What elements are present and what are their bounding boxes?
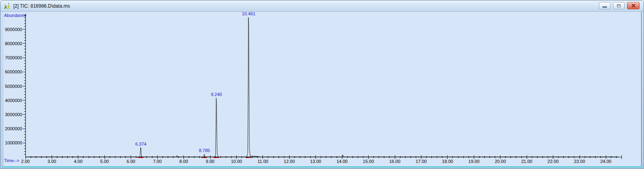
- x-tick-label: 2.00: [21, 159, 29, 164]
- x-tick-label: 12.00: [284, 159, 295, 164]
- peak-label: 6.374: [135, 142, 146, 146]
- chromatogram-plot[interactable]: Abundance Time--> 6.3748.7859.24010.4612…: [4, 12, 642, 166]
- window-title: [2] TIC: 816986.D\data.ms: [13, 3, 70, 9]
- x-tick-label: 17.00: [416, 159, 427, 164]
- x-tick-label: 7.00: [153, 159, 161, 164]
- x-tick-label: 23.00: [574, 159, 585, 164]
- y-tick-label: 7000000: [5, 55, 22, 60]
- window-controls: [599, 2, 640, 9]
- x-tick-label: 3.00: [48, 159, 56, 164]
- x-tick-label: 18.00: [442, 159, 453, 164]
- x-tick-label: 15.00: [363, 159, 374, 164]
- peak-trace: [139, 148, 143, 157]
- peak-label: 9.240: [211, 92, 222, 97]
- y-tick-label: 2000000: [5, 126, 22, 131]
- x-tick-label: 19.00: [469, 159, 480, 164]
- x-tick-label: 20.00: [495, 159, 506, 164]
- chromatogram-window: [2] TIC: 816986.D\data.ms Abundance Time…: [0, 0, 644, 169]
- peak-trace: [247, 17, 261, 157]
- x-tick-label: 21.00: [521, 159, 532, 164]
- x-tick-label: 5.00: [100, 159, 109, 164]
- y-tick-label: 4000000: [5, 98, 22, 103]
- maximize-button[interactable]: [613, 2, 625, 9]
- x-tick-label: 4.00: [74, 159, 82, 164]
- x-tick-label: 6.00: [127, 159, 135, 164]
- x-tick-label: 14.00: [336, 159, 348, 164]
- chromatogram-canvas: 6.3748.7859.24010.4612.003.004.005.006.0…: [4, 12, 641, 166]
- y-tick-label: 3000000: [5, 112, 22, 117]
- minimize-icon: [602, 6, 607, 8]
- close-button[interactable]: [627, 2, 640, 9]
- x-tick-label: 9.00: [206, 159, 214, 164]
- peak-label: 8.785: [199, 148, 210, 153]
- y-tick-label: 9000000: [5, 27, 22, 32]
- x-tick-label: 10.00: [231, 159, 242, 164]
- maximize-icon: [617, 4, 621, 7]
- x-tick-label: 24.00: [600, 159, 612, 164]
- y-tick-label: 6000000: [5, 69, 22, 74]
- chromatogram-icon: [4, 2, 11, 10]
- x-tick-label: 22.00: [548, 159, 559, 164]
- y-tick-label: 1000000: [5, 140, 22, 145]
- bottom-accent-line: [2, 166, 643, 167]
- y-tick-label: 5000000: [5, 84, 22, 89]
- x-tick-label: 8.00: [179, 159, 188, 164]
- x-tick-label: 13.00: [310, 159, 321, 164]
- x-tick-label: 11.00: [258, 159, 269, 164]
- minimize-button[interactable]: [599, 2, 611, 9]
- x-tick-label: 16.00: [389, 159, 400, 164]
- titlebar[interactable]: [2] TIC: 816986.D\data.ms: [0, 0, 644, 12]
- y-tick-label: 8000000: [5, 41, 22, 46]
- peak-trace: [215, 98, 219, 157]
- close-icon: [631, 4, 636, 8]
- peak-label: 10.461: [242, 12, 256, 16]
